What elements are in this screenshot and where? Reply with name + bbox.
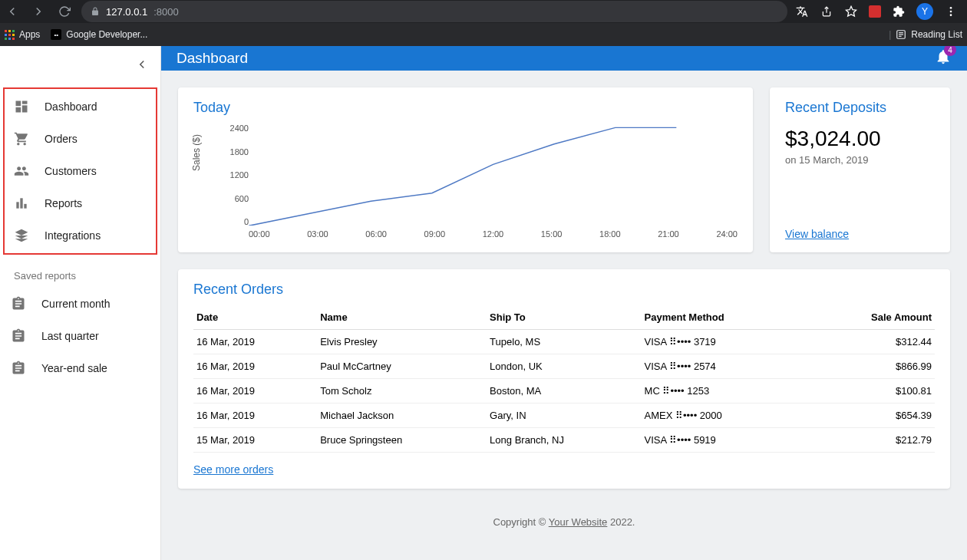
apps-shortcut[interactable]: Apps (5, 29, 40, 40)
notification-badge: 4 (944, 46, 956, 56)
cell-date: 16 Mar, 2019 (193, 330, 317, 354)
barchart-icon (14, 196, 29, 211)
reload-button[interactable] (55, 2, 74, 21)
extensions-icon[interactable] (892, 5, 906, 18)
cell-name: Elvis Presley (317, 330, 487, 354)
orders-title: Recent Orders (193, 282, 935, 298)
cell-amt: $100.81 (807, 379, 935, 404)
cell-date: 16 Mar, 2019 (193, 354, 317, 379)
chart-line (249, 124, 738, 226)
sidebar-nav: Dashboard Orders Customers Reports Integ… (3, 87, 157, 255)
xtick: 24:00 (716, 229, 738, 239)
apps-icon (5, 30, 15, 40)
col-amount: Sale Amount (807, 305, 935, 330)
saved-report-label: Last quarter (41, 330, 99, 342)
saved-report-current-month[interactable]: Current month (0, 288, 160, 320)
deposits-amount: $3,024.00 (785, 127, 935, 151)
reading-list-label: Reading List (911, 29, 962, 40)
saved-report-label: Year-end sale (41, 362, 107, 374)
notifications-button[interactable]: 4 (935, 48, 952, 68)
layers-icon (14, 228, 29, 243)
cell-ship: Gary, IN (487, 404, 641, 428)
chart-ylabel: Sales ($) (191, 134, 202, 171)
reading-list-button[interactable]: | Reading List (889, 29, 962, 40)
cell-date: 16 Mar, 2019 (193, 379, 317, 404)
ytick: 600 (218, 194, 249, 203)
saved-report-year-end-sale[interactable]: Year-end sale (0, 352, 160, 384)
xtick: 18:00 (599, 229, 621, 239)
sidebar-item-orders[interactable]: Orders (6, 123, 154, 155)
apps-label: Apps (19, 29, 40, 40)
translate-icon[interactable] (795, 5, 809, 18)
ytick: 1200 (218, 170, 249, 180)
bookmark-label: Google Developer... (66, 29, 147, 40)
svg-marker-1 (846, 6, 856, 16)
svg-point-3 (950, 11, 952, 13)
reading-list-icon (896, 29, 906, 40)
view-balance-link[interactable]: View balance (785, 228, 935, 240)
collapse-sidebar-button[interactable] (133, 55, 151, 74)
footer-site-link[interactable]: Your Website (549, 516, 608, 528)
back-button[interactable] (3, 2, 21, 21)
today-title: Today (193, 100, 738, 116)
saved-report-last-quarter[interactable]: Last quarter (0, 320, 160, 352)
xtick: 06:00 (365, 229, 387, 239)
cell-ship: Long Branch, NJ (487, 428, 641, 453)
address-bar[interactable]: 127.0.0.1:8000 (81, 1, 787, 22)
col-shipto: Ship To (487, 305, 641, 330)
bookmark-google-developer[interactable]: •• Google Developer... (51, 29, 147, 40)
assignment-icon (11, 361, 26, 376)
sidebar-item-dashboard[interactable]: Dashboard (6, 91, 154, 123)
sidebar-item-reports[interactable]: Reports (6, 187, 154, 219)
browser-chrome: 127.0.0.1:8000 Y Apps •• Google Develope… (0, 0, 967, 46)
orders-table: Date Name Ship To Payment Method Sale Am… (193, 305, 935, 453)
svg-point-2 (950, 7, 952, 9)
col-payment: Payment Method (642, 305, 807, 330)
xtick: 03:00 (307, 229, 328, 239)
url-port: :8000 (153, 6, 179, 18)
chart-xticks: 00:00 03:00 06:00 09:00 12:00 15:00 18:0… (249, 229, 738, 239)
see-more-orders-link[interactable]: See more orders (193, 463, 273, 476)
saved-report-label: Current month (41, 298, 110, 310)
table-row: 16 Mar, 2019Paul McCartneyLondon, UKVISA… (193, 354, 935, 379)
sidebar-item-label: Dashboard (45, 100, 97, 113)
app-bar: Dashboard 4 (161, 46, 967, 71)
svg-rect-12 (16, 107, 21, 113)
svg-rect-13 (16, 202, 18, 208)
col-name: Name (317, 305, 487, 330)
extension-icon-1[interactable] (869, 5, 881, 18)
cell-pay: VISA ⠿•••• 3719 (642, 330, 807, 354)
cell-ship: Boston, MA (487, 379, 641, 404)
cell-date: 15 Mar, 2019 (193, 428, 317, 453)
table-row: 16 Mar, 2019Michael JacksonGary, INAMEX … (193, 404, 935, 428)
cell-pay: AMEX ⠿•••• 2000 (642, 404, 807, 428)
sidebar-item-label: Reports (45, 197, 82, 209)
cell-name: Bruce Springsteen (317, 428, 487, 453)
cell-name: Paul McCartney (317, 354, 487, 379)
svg-rect-11 (22, 105, 28, 112)
sidebar: Dashboard Orders Customers Reports Integ… (0, 46, 161, 560)
cell-ship: London, UK (487, 354, 641, 379)
sidebar-item-integrations[interactable]: Integrations (6, 219, 154, 252)
cell-amt: $654.39 (807, 404, 935, 428)
sidebar-item-label: Integrations (45, 229, 101, 242)
deposits-title: Recent Deposits (785, 100, 935, 116)
cell-name: Tom Scholz (317, 379, 487, 404)
ytick: 1800 (218, 147, 249, 156)
table-row: 16 Mar, 2019Tom ScholzBoston, MAMC ⠿••••… (193, 379, 935, 404)
table-row: 16 Mar, 2019Elvis PresleyTupelo, MSVISA … (193, 330, 935, 354)
profile-avatar[interactable]: Y (916, 3, 933, 20)
share-icon[interactable] (820, 5, 833, 18)
cell-amt: $866.99 (807, 354, 935, 379)
forward-button[interactable] (29, 2, 48, 21)
star-icon[interactable] (844, 5, 858, 18)
sidebar-item-customers[interactable]: Customers (6, 155, 154, 187)
xtick: 12:00 (483, 229, 504, 239)
bookmarks-bar: Apps •• Google Developer... | Reading Li… (0, 23, 967, 46)
main-content: Dashboard 4 Today Sales ($) 2400 1800 12… (161, 46, 967, 560)
cart-icon (14, 131, 29, 147)
menu-icon[interactable] (944, 5, 958, 18)
people-icon (14, 163, 29, 179)
orders-header-row: Date Name Ship To Payment Method Sale Am… (193, 305, 935, 330)
xtick: 21:00 (658, 229, 679, 239)
